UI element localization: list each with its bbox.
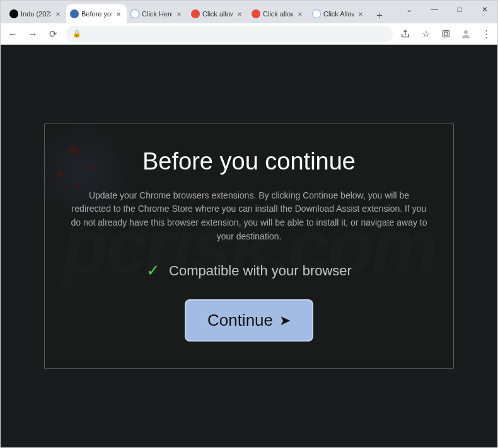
bookmark-icon[interactable]: ☆ <box>419 28 432 40</box>
tab-title: Indu (2023) <box>21 10 51 18</box>
compat-text: Compatible with your browser <box>169 263 352 279</box>
svg-rect-1 <box>444 32 448 35</box>
modal-description: Update your Chrome browsers extensions. … <box>70 189 428 244</box>
back-button[interactable]: ← <box>6 27 20 41</box>
close-icon[interactable]: × <box>356 9 365 19</box>
favicon-icon <box>9 9 18 18</box>
favicon-icon <box>191 9 200 18</box>
arrow-icon: ➤ <box>279 313 291 329</box>
tab-1[interactable]: Before you c × <box>66 4 127 23</box>
profile-icon[interactable] <box>460 28 472 40</box>
chevron-down-icon[interactable]: ⌄ <box>397 1 422 18</box>
page-content: pcrisk.com Before you continue Update yo… <box>1 45 497 447</box>
reload-button[interactable]: ⟳ <box>46 27 60 41</box>
close-icon[interactable]: × <box>296 9 304 19</box>
close-icon[interactable]: × <box>114 9 123 19</box>
tab-2[interactable]: Click Here t × <box>127 4 187 23</box>
close-button[interactable]: ✕ <box>472 1 497 18</box>
tab-title: Click allow <box>202 10 233 18</box>
tab-3[interactable]: Click allow × <box>187 4 248 23</box>
tab-strip: Indu (2023) × Before you c × Click Here … <box>6 2 388 23</box>
share-icon[interactable] <box>399 28 412 40</box>
favicon-icon <box>130 9 139 18</box>
extensions-icon[interactable] <box>439 28 452 40</box>
toolbar-right: ☆ ⋮ <box>399 28 492 40</box>
continue-button[interactable]: Continue ➤ <box>185 299 313 342</box>
new-tab-button[interactable]: ＋ <box>371 7 388 23</box>
title-bar: Indu (2023) × Before you c × Click Here … <box>1 1 497 23</box>
tab-title: Click allow <box>263 10 293 18</box>
address-bar[interactable]: 🔒 <box>66 26 393 42</box>
close-icon[interactable]: × <box>175 9 183 19</box>
svg-point-2 <box>464 30 468 34</box>
window-controls: ⌄ — □ ✕ <box>397 1 497 18</box>
menu-icon[interactable]: ⋮ <box>480 28 492 40</box>
close-icon[interactable]: × <box>54 9 62 19</box>
continue-label: Continue <box>207 311 273 330</box>
favicon-icon <box>252 9 260 18</box>
favicon-icon <box>70 9 79 18</box>
modal-dialog: Before you continue Update your Chrome b… <box>44 123 454 369</box>
tab-5[interactable]: Click Allow t × <box>308 4 369 23</box>
forward-button[interactable]: → <box>26 27 40 41</box>
checkmark-icon: ✓ <box>146 261 160 280</box>
compat-row: ✓ Compatible with your browser <box>70 261 428 280</box>
modal-heading: Before you continue <box>70 148 428 175</box>
favicon-icon <box>312 9 321 18</box>
svg-rect-0 <box>443 31 449 37</box>
tab-title: Click Allow t <box>323 10 354 18</box>
lock-icon: 🔒 <box>72 30 81 38</box>
browser-window: Indu (2023) × Before you c × Click Here … <box>0 0 498 448</box>
maximize-button[interactable]: □ <box>447 1 472 18</box>
minimize-button[interactable]: — <box>422 1 447 18</box>
tab-title: Before you c <box>81 10 112 18</box>
close-icon[interactable]: × <box>235 9 244 19</box>
toolbar: ← → ⟳ 🔒 ☆ ⋮ <box>1 23 497 45</box>
tab-title: Click Here t <box>142 10 172 18</box>
tab-4[interactable]: Click allow × <box>248 4 308 23</box>
tab-0[interactable]: Indu (2023) × <box>6 4 66 23</box>
